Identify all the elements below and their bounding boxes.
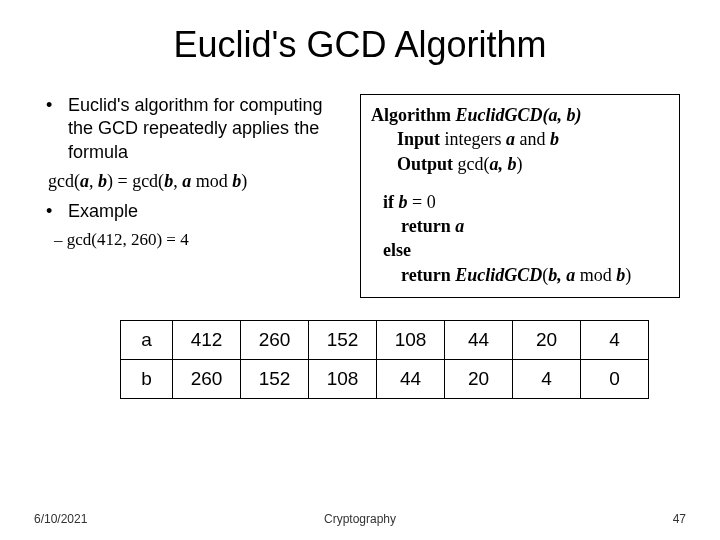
cell: 412 (173, 321, 241, 360)
if-line: if b = 0 (383, 190, 669, 214)
cell: 152 (309, 321, 377, 360)
output-close: ) (517, 154, 523, 174)
algo-body: if b = 0 return a else return EuclidGCD(… (371, 190, 669, 287)
kw-input: Input (397, 129, 440, 149)
kw-output: Output (397, 154, 453, 174)
input-text: integers (445, 129, 506, 149)
example-sub: – gcd(412, 260) = 4 (40, 229, 350, 251)
input-b: b (550, 129, 559, 149)
cond-rest: = 0 (408, 192, 436, 212)
ret2-b: b (616, 265, 625, 285)
slide-title: Euclid's GCD Algorithm (40, 24, 680, 66)
cell: 44 (377, 360, 445, 399)
table-row-a: a 412 260 152 108 44 20 4 (121, 321, 649, 360)
gcd-formula: gcd(a, b) = gcd(b, a mod b) (40, 170, 350, 193)
gcd-table: a 412 260 152 108 44 20 4 b 260 152 108 … (120, 320, 649, 399)
ret1: a (455, 216, 464, 236)
ret2-args: b, a (548, 265, 580, 285)
algo-input: Input integers a and b (371, 127, 669, 151)
cell: 152 (241, 360, 309, 399)
cell: 108 (309, 360, 377, 399)
cell: 44 (445, 321, 513, 360)
gcd-table-wrap: a 412 260 152 108 44 20 4 b 260 152 108 … (120, 320, 680, 399)
kw-algorithm: Algorithm (371, 105, 451, 125)
algo-name: EuclidGCD (456, 105, 543, 125)
content-row: Euclid's algorithm for computing the GCD… (40, 94, 680, 298)
return-a-line: return a (383, 214, 669, 238)
kw-if: if (383, 192, 399, 212)
footer-date: 6/10/2021 (34, 512, 87, 526)
cell: 20 (445, 360, 513, 399)
cell: 260 (241, 321, 309, 360)
footer-center: Cryptography (324, 512, 396, 526)
ret2-name: EuclidGCD (455, 265, 542, 285)
cell: 4 (513, 360, 581, 399)
output-ab: a, b (490, 154, 517, 174)
ret2-mod: mod (580, 265, 617, 285)
input-a: a (506, 129, 515, 149)
algo-header: Algorithm EuclidGCD(a, b) (371, 103, 669, 127)
row-b-label: b (121, 360, 173, 399)
cell: 4 (581, 321, 649, 360)
table-row-b: b 260 152 108 44 20 4 0 (121, 360, 649, 399)
cell: 260 (173, 360, 241, 399)
bullet-2: Example (68, 200, 350, 223)
cell: 20 (513, 321, 581, 360)
footer: 6/10/2021 Cryptography 47 (0, 512, 720, 526)
slide: Euclid's GCD Algorithm Euclid's algorith… (0, 0, 720, 540)
row-a-label: a (121, 321, 173, 360)
output-text: gcd( (453, 154, 489, 174)
bullet-1: Euclid's algorithm for computing the GCD… (68, 94, 350, 164)
ret2-close: ) (625, 265, 631, 285)
cell: 0 (581, 360, 649, 399)
footer-page: 47 (673, 512, 686, 526)
return-recursive-line: return EuclidGCD(b, a mod b) (383, 263, 669, 287)
else-line: else (383, 238, 669, 262)
cell: 108 (377, 321, 445, 360)
input-and: and (515, 129, 550, 149)
algo-output: Output gcd(a, b) (371, 152, 669, 176)
left-column: Euclid's algorithm for computing the GCD… (40, 94, 350, 298)
algo-args: (a, b) (543, 105, 582, 125)
kw-else: else (383, 240, 411, 260)
kw-return2: return (401, 265, 455, 285)
kw-return1: return (401, 216, 455, 236)
cond-var: b (399, 192, 408, 212)
algorithm-box: Algorithm EuclidGCD(a, b) Input integers… (360, 94, 680, 298)
